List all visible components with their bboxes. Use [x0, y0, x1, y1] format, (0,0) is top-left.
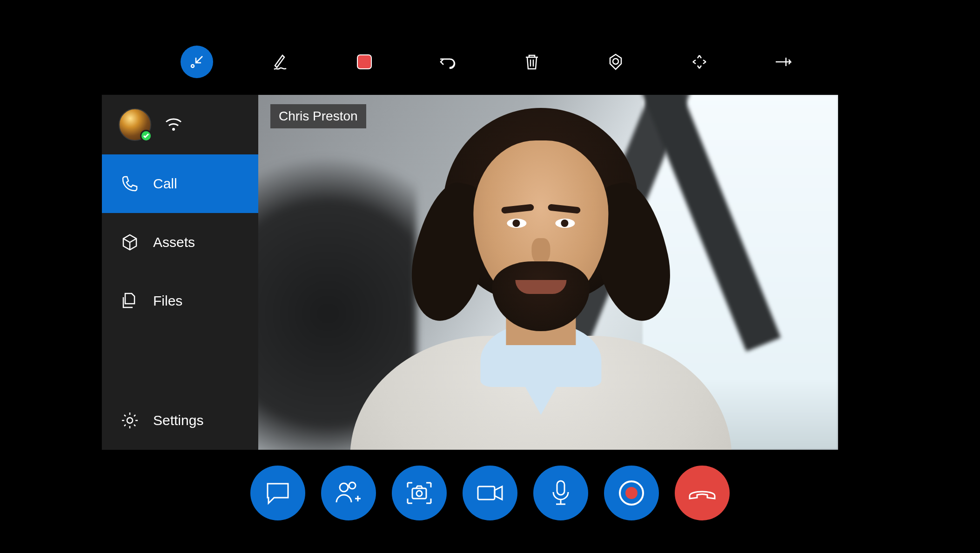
- package-icon: [121, 233, 139, 252]
- chat-button[interactable]: [250, 466, 305, 520]
- phone-icon: [121, 174, 139, 193]
- sidebar: Call Assets Files: [102, 95, 258, 450]
- nav-label: Files: [153, 293, 182, 309]
- remote-person: [359, 99, 722, 450]
- presence-badge: [140, 130, 152, 142]
- mic-button[interactable]: [533, 466, 588, 520]
- files-icon: [121, 292, 139, 310]
- svg-point-1: [613, 59, 618, 64]
- gear-icon: [121, 411, 139, 430]
- record-button[interactable]: [604, 466, 659, 520]
- chat-icon: [265, 481, 291, 505]
- stop-recording-button[interactable]: [348, 46, 381, 78]
- add-participant-button[interactable]: [321, 466, 376, 520]
- nav: Call Assets Files: [102, 154, 258, 450]
- expand-button[interactable]: [683, 46, 716, 78]
- ink-icon: [271, 53, 290, 71]
- caller-name-tag: Chris Preston: [270, 104, 366, 128]
- nav-label: Assets: [153, 234, 195, 250]
- trash-icon: [523, 53, 541, 71]
- avatar[interactable]: [119, 108, 151, 141]
- svg-point-3: [127, 418, 133, 423]
- hangup-button[interactable]: [675, 466, 730, 520]
- nav-item-call[interactable]: Call: [102, 154, 258, 213]
- video-button[interactable]: [463, 466, 517, 520]
- call-window: Call Assets Files: [102, 95, 838, 450]
- stop-recording-icon: [357, 54, 372, 69]
- hangup-icon: [687, 484, 718, 502]
- pin-button[interactable]: [767, 46, 799, 78]
- collapse-button[interactable]: [181, 46, 213, 78]
- pin-icon: [774, 55, 792, 69]
- expand-icon: [691, 53, 708, 70]
- svg-point-2: [172, 128, 175, 131]
- video-feed[interactable]: Chris Preston: [258, 95, 838, 450]
- delete-button[interactable]: [516, 46, 548, 78]
- undo-icon: [439, 53, 457, 71]
- record-icon: [619, 480, 644, 506]
- nav-item-files[interactable]: Files: [102, 272, 258, 330]
- target-button[interactable]: [599, 46, 632, 78]
- collapse-icon: [188, 53, 205, 70]
- add-person-icon: [335, 480, 362, 506]
- svg-point-4: [340, 483, 348, 492]
- svg-point-5: [349, 482, 356, 489]
- nav-item-assets[interactable]: Assets: [102, 213, 258, 272]
- svg-rect-9: [557, 481, 564, 495]
- annotation-toolbar: [0, 46, 980, 78]
- svg-rect-8: [478, 486, 495, 500]
- app-stage: Call Assets Files: [0, 0, 980, 553]
- svg-point-0: [191, 65, 194, 67]
- nav-item-settings[interactable]: Settings: [102, 391, 258, 450]
- nav-label: Settings: [153, 413, 203, 428]
- target-icon: [607, 53, 624, 71]
- nav-label: Call: [153, 176, 177, 192]
- svg-point-7: [416, 491, 422, 496]
- camera-capture-icon: [405, 480, 434, 506]
- profile-area[interactable]: [102, 95, 258, 154]
- signal-icon: [164, 115, 183, 134]
- snapshot-button[interactable]: [392, 466, 447, 520]
- mic-icon: [550, 479, 571, 507]
- ink-button[interactable]: [264, 46, 297, 78]
- call-controls: [0, 466, 980, 520]
- undo-button[interactable]: [432, 46, 464, 78]
- svg-rect-6: [412, 488, 426, 499]
- video-icon: [476, 483, 504, 503]
